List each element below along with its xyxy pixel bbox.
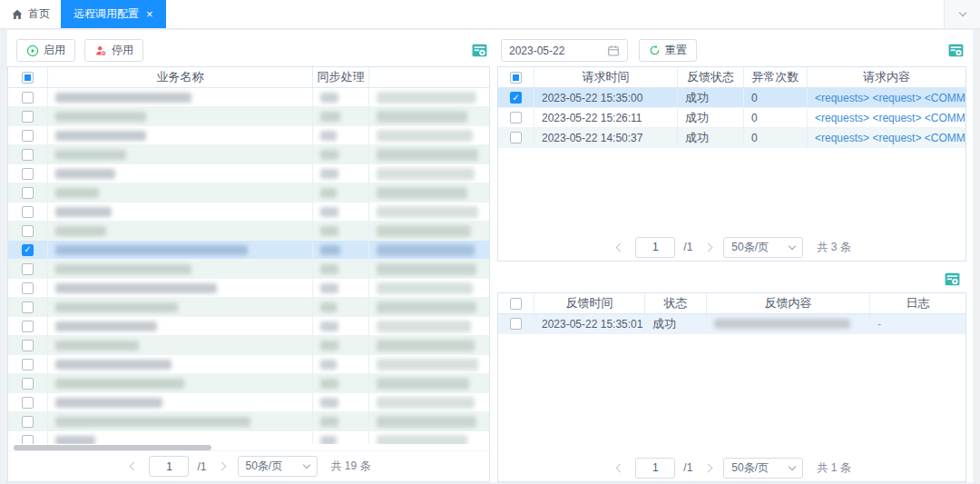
row-checkbox[interactable] [22,321,34,332]
exception-count-header: 异常次数 [744,67,808,87]
horizontal-scrollbar[interactable] [8,444,489,451]
row-checkbox[interactable] [22,378,34,390]
row-checkbox[interactable] [22,282,34,294]
enable-button[interactable]: 启用 [16,39,75,62]
row-checkbox[interactable] [22,206,34,218]
row-checkbox[interactable] [22,301,34,313]
request-table-row[interactable]: 2023-05-22 15:35:00 成功 0 <requests> <req… [498,88,965,108]
total-pages-label: /1 [683,241,692,253]
business-name-redacted [55,150,126,160]
active-tab-label: 远程调用配置 [74,6,139,22]
business-table-row[interactable] [8,202,489,222]
business-table-row[interactable] [8,374,489,393]
prev-page-button[interactable] [126,459,141,474]
select-all-checkbox[interactable] [22,72,34,84]
log-cell: - [870,314,965,334]
exception-count-cell: 0 [744,88,808,108]
request-pagination: /1 50条/页 共 3 条 [498,233,965,261]
prev-page-button[interactable] [612,460,627,475]
row-checkbox[interactable] [22,359,34,370]
row-checkbox[interactable] [22,244,34,256]
scrollbar-thumb[interactable] [14,445,211,450]
feedback-table-body: 2023-05-22 15:35:01 成功 - [498,314,965,454]
business-table-row[interactable] [8,260,489,279]
request-table-row[interactable]: 2023-05-22 14:50:37 成功 0 <requests> <req… [498,128,965,148]
row-checkbox[interactable] [22,225,34,237]
business-table-row[interactable] [8,431,489,444]
row-checkbox[interactable] [22,168,34,180]
prev-page-button[interactable] [612,240,627,254]
row-checkbox[interactable] [510,92,522,104]
business-table-row[interactable] [8,279,489,298]
business-table-row[interactable] [8,336,489,355]
request-content-link[interactable]: <requests> <request> <COMM... [808,128,965,148]
extra-redacted [377,92,476,104]
disable-button[interactable]: 停用 [84,39,143,62]
feedback-time-header: 反馈时间 [534,293,645,313]
tab-home[interactable]: 首页 [0,0,61,28]
sync-flag-redacted [320,93,338,103]
business-table-row[interactable] [8,145,489,164]
chevron-down-icon [789,462,796,469]
row-checkbox[interactable] [22,130,34,142]
row-checkbox[interactable] [510,112,522,123]
row-checkbox[interactable] [510,132,522,143]
date-input[interactable] [509,44,602,57]
row-checkbox[interactable] [22,397,34,409]
row-checkbox[interactable] [22,416,34,428]
column-setting-icon[interactable] [947,42,965,60]
business-table-row[interactable] [8,355,489,374]
next-page-button[interactable] [701,460,715,475]
page-number-input[interactable] [635,458,675,479]
select-all-checkbox[interactable] [510,298,522,310]
business-table-row[interactable] [8,164,489,183]
feedback-content-redacted [714,319,850,329]
row-checkbox[interactable] [22,187,34,199]
feedback-pagination: /1 50条/页 共 1 条 [498,454,965,481]
next-page-button[interactable] [215,459,230,474]
request-content-link[interactable]: <requests> <request> <COMM... [808,88,965,108]
business-table-row[interactable] [8,241,489,260]
feedback-table-header: 反馈时间 状态 反馈内容 日志 [498,293,965,314]
tab-remote-call-config[interactable]: 远程调用配置 × [61,0,166,28]
page-size-select[interactable]: 50条/页 [238,456,318,477]
row-checkbox[interactable] [22,435,34,445]
feedback-table-row[interactable]: 2023-05-22 15:35:01 成功 - [498,314,965,334]
date-picker[interactable] [501,39,628,62]
business-table-row[interactable] [8,88,489,107]
business-table-row[interactable] [8,107,489,126]
remote-call-config-screen: 首页 远程调用配置 × 启用 [0,0,980,484]
sync-flag-redacted [320,417,338,427]
next-page-button[interactable] [701,240,715,254]
request-table-row[interactable]: 2023-05-22 15:26:11 成功 0 <requests> <req… [498,108,965,128]
business-table-row[interactable] [8,298,489,317]
request-content-link[interactable]: <requests> <request> <COMM... [808,108,965,128]
business-table-row[interactable] [8,317,489,336]
business-name-redacted [55,436,95,445]
row-checkbox[interactable] [22,92,34,104]
extra-column-header [369,67,489,87]
page-size-select[interactable]: 50条/页 [723,458,803,479]
request-table-header: 请求时间 反馈状态 异常次数 请求内容 [498,67,965,88]
reset-button[interactable]: 重置 [639,39,697,62]
select-all-checkbox[interactable] [510,72,522,84]
page-size-select[interactable]: 50条/页 [723,237,803,258]
row-checkbox[interactable] [22,111,34,123]
business-table-row[interactable] [8,126,489,145]
tab-list-collapse-button[interactable] [944,0,980,28]
business-table-row[interactable] [8,183,489,202]
business-table-row[interactable] [8,222,489,241]
page-number-input[interactable] [635,237,675,258]
business-table-row[interactable] [8,412,489,431]
close-tab-icon[interactable]: × [146,8,153,20]
reset-button-label: 重置 [665,43,687,58]
row-checkbox[interactable] [22,149,34,161]
row-checkbox[interactable] [22,340,34,351]
page-number-input[interactable] [149,456,189,477]
row-checkbox[interactable] [510,318,522,330]
column-setting-icon[interactable] [944,271,962,289]
business-table-row[interactable] [8,393,489,412]
sync-flag-redacted [320,150,338,160]
row-checkbox[interactable] [22,263,34,275]
column-setting-icon[interactable] [471,42,489,60]
